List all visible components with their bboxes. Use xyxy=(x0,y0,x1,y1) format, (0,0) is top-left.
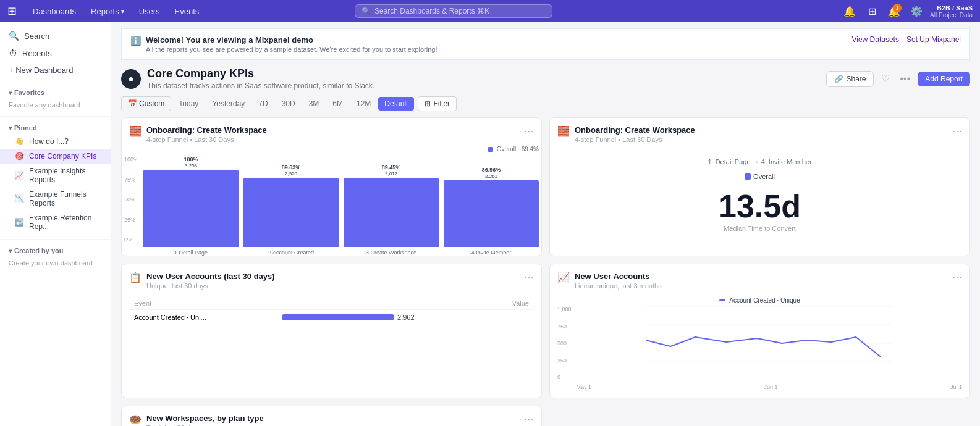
sidebar-recents[interactable]: ⏱ Recents xyxy=(0,44,111,62)
bars-container: 100% 3,258 8 xyxy=(143,156,539,247)
line-x-labels: May 1 Jun 1 Jul 1 xyxy=(577,384,962,390)
funnel-left-icon: 🧱 xyxy=(129,125,142,137)
sidebar-favorites-section[interactable]: ▾ Favorites xyxy=(0,84,111,99)
sidebar: 🔍 Search ⏱ Recents + New Dashboard ▾ Fav… xyxy=(0,22,111,426)
funnels-emoji: 📉 xyxy=(15,194,24,203)
funnel-legend: Overall · 69.4% xyxy=(124,146,539,152)
sidebar-item-funnels[interactable]: 📉 Example Funnels Reports xyxy=(0,187,111,211)
line-card-menu[interactable]: ⋯ xyxy=(952,272,962,283)
filter-btn[interactable]: ⊞ Filter xyxy=(418,96,457,111)
retention-label: Example Retention Rep... xyxy=(29,214,102,231)
how-do-i-label: How do I...? xyxy=(29,137,69,146)
clock-icon: ⏱ xyxy=(9,48,17,58)
funnel-right-body: 1. Detail Page → 4. Invite Member Overal… xyxy=(550,146,969,244)
nav-dashboards[interactable]: Dashboards xyxy=(27,4,82,19)
bar-2: 89.63% 2,920 xyxy=(243,164,339,247)
sidebar-divider2 xyxy=(0,116,111,117)
insights-label: Example Insights Reports xyxy=(29,167,102,184)
date-custom-btn[interactable]: 📅 Custom xyxy=(121,96,171,111)
share-icon: 🔗 xyxy=(834,75,843,83)
bar-fill xyxy=(282,314,394,320)
table-card: 📋 New User Accounts (last 30 days) Uniqu… xyxy=(121,264,542,398)
data-table: Event Value Account Created · Uni... xyxy=(129,297,534,325)
new-dashboard-label: + New Dashboard xyxy=(9,65,73,75)
dashboard-title-area: Core Company KPIs This dataset tracks ac… xyxy=(147,67,820,90)
col-value: Value xyxy=(277,297,534,310)
share-button[interactable]: 🔗 Share xyxy=(826,71,874,87)
alerts-icon-btn[interactable]: 🔔 1 xyxy=(885,2,903,20)
table-card-sub: Unique, last 30 days xyxy=(146,282,519,290)
table-card-menu[interactable]: ⋯ xyxy=(524,272,534,283)
created-hint: Create your own dashboard xyxy=(0,257,111,272)
chevron-down-icon2: ▾ xyxy=(9,125,12,132)
date-filters: 📅 Custom Today Yesterday 7D 30D 3M 6M 12… xyxy=(111,94,980,117)
x-labels: 1 Detail Page 2 Account Created 3 Create… xyxy=(143,249,539,256)
dashboard-header: ● Core Company KPIs This dataset tracks … xyxy=(111,60,980,94)
gear-icon: ⚙️ xyxy=(910,6,923,17)
bar-val: 2,962 xyxy=(397,314,415,321)
sidebar-pinned-section[interactable]: ▾ Pinned xyxy=(0,119,111,134)
date-yesterday-btn[interactable]: Yesterday xyxy=(206,97,251,111)
y-axis: 100% 75% 50% 25% 0% xyxy=(124,156,141,243)
banner-actions: View Datasets Set Up Mixpanel xyxy=(851,35,961,44)
date-12m-btn[interactable]: 12M xyxy=(350,97,377,111)
nav-events[interactable]: Events xyxy=(169,4,206,19)
sidebar-search[interactable]: 🔍 Search xyxy=(0,27,111,44)
setup-mixpanel-btn[interactable]: Set Up Mixpanel xyxy=(906,35,961,44)
sidebar-created-by-you-section[interactable]: ▾ Created by you xyxy=(0,242,111,257)
sidebar-new-dashboard[interactable]: + New Dashboard xyxy=(0,62,111,78)
search-icon: 🔍 xyxy=(9,31,19,41)
notifications-icon-btn[interactable]: 🔔 xyxy=(841,2,858,20)
topnav-right: 🔔 ⊞ 🔔 1 ⚙️ B2B / SaaS All Project Data xyxy=(841,2,973,20)
nav-users[interactable]: Users xyxy=(133,4,166,19)
step-label: 1. Detail Page → 4. Invite Member xyxy=(708,158,811,165)
overall-dot xyxy=(745,173,751,180)
date-6m-btn[interactable]: 6M xyxy=(326,97,349,111)
conversion-value: 13.5d xyxy=(719,190,801,222)
pinned-label: Pinned xyxy=(14,124,102,132)
sidebar-item-retention[interactable]: ↩️ Example Retention Rep... xyxy=(0,211,111,234)
funnel-left-header: 🧱 Onboarding: Create Workspace 4-step Fu… xyxy=(122,118,541,146)
nav-links: Dashboards Reports ▾ Users Events xyxy=(27,4,205,19)
grid-icon-btn[interactable]: ⊞ xyxy=(863,2,881,20)
user-project: All Project Data xyxy=(930,12,973,19)
demo-banner: ℹ️ Welcome! You are viewing a Mixpanel d… xyxy=(121,28,970,60)
sidebar-item-core-kpis[interactable]: 🎯 Core Company KPIs xyxy=(0,149,111,164)
dashboard-actions: 🔗 Share ♡ ••• Add Report xyxy=(826,70,970,87)
date-30d-btn[interactable]: 30D xyxy=(276,97,302,111)
favorites-label: Favorites xyxy=(14,89,102,96)
main-content: ℹ️ Welcome! You are viewing a Mixpanel d… xyxy=(111,22,980,426)
date-7d-btn[interactable]: 7D xyxy=(252,97,274,111)
insights-emoji: 📈 xyxy=(15,171,24,180)
search-input[interactable] xyxy=(374,7,546,15)
date-today-btn[interactable]: Today xyxy=(172,97,205,111)
date-default-btn[interactable]: Default xyxy=(378,97,414,111)
view-datasets-btn[interactable]: View Datasets xyxy=(851,35,898,44)
funnel-right-sub: 4-step Funnel • Last 30 Days xyxy=(575,136,947,143)
heart-button[interactable]: ♡ xyxy=(879,70,892,87)
line-card-sub: Linear, unique, last 3 months xyxy=(575,282,947,290)
funnel-left-menu[interactable]: ⋯ xyxy=(524,125,534,137)
cards-grid: 🧱 Onboarding: Create Workspace 4-step Fu… xyxy=(111,117,980,426)
sidebar-item-insights[interactable]: 📈 Example Insights Reports xyxy=(0,164,111,187)
donut-card-menu[interactable]: ⋯ xyxy=(524,414,534,425)
line-card-title: New User Accounts xyxy=(575,272,947,281)
settings-icon-btn[interactable]: ⚙️ xyxy=(908,2,925,20)
reports-chevron-icon: ▾ xyxy=(121,8,124,15)
date-3m-btn[interactable]: 3M xyxy=(303,97,326,111)
sidebar-item-how-do-i[interactable]: 👋 How do I...? xyxy=(0,134,111,149)
banner-text: Welcome! You are viewing a Mixpanel demo… xyxy=(146,35,847,53)
nav-reports[interactable]: Reports ▾ xyxy=(85,4,130,19)
add-report-button[interactable]: Add Report xyxy=(918,72,970,86)
conversion-sub: Median Time to Convert xyxy=(724,225,796,232)
global-search[interactable]: 🔍 xyxy=(355,4,552,18)
banner-sub: All the reports you see are powered by a… xyxy=(146,46,847,53)
pinned-items: 👋 How do I...? 🎯 Core Company KPIs 📈 Exa… xyxy=(0,134,111,236)
more-options-button[interactable]: ••• xyxy=(897,71,913,87)
dashboard-avatar: ● xyxy=(121,69,141,89)
line-legend: Account Created · Unique xyxy=(557,297,962,304)
info-icon: ℹ️ xyxy=(130,36,141,46)
funnel-right-menu[interactable]: ⋯ xyxy=(952,125,962,137)
how-do-i-emoji: 👋 xyxy=(15,137,24,146)
nav-dots[interactable]: ⊞ xyxy=(7,4,17,18)
